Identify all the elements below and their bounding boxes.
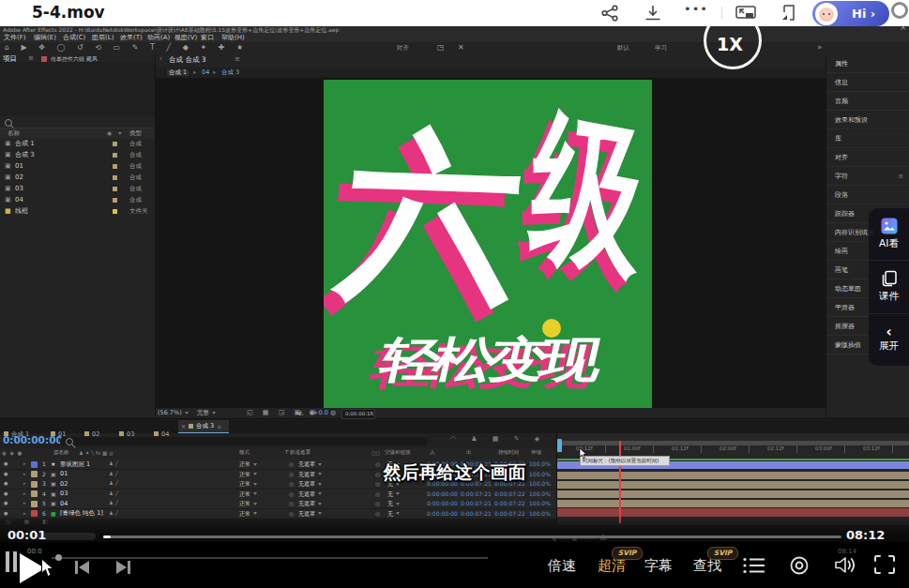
blend-mode-select[interactable]: 正常 — [239, 501, 257, 506]
parent-pickwhip-icon[interactable]: ◎ — [375, 501, 380, 506]
previous-frame-button[interactable] — [75, 561, 78, 574]
menu-comp[interactable]: 合成(C) — [63, 35, 85, 41]
search-icon[interactable] — [5, 119, 12, 127]
snapshot-icon[interactable]: ◍ — [330, 410, 336, 416]
project-item[interactable]: ▣ 合成 1 合成 — [0, 139, 155, 150]
panel-tab-info[interactable]: 信息 — [826, 73, 909, 92]
menu-view[interactable]: 视图(V) — [174, 35, 197, 41]
stretch-value[interactable]: 100.0% — [529, 491, 551, 497]
layer-label-swatch[interactable] — [31, 490, 38, 497]
close-icon[interactable]: ✕ — [181, 423, 186, 430]
playback-speed-button[interactable]: 倍速 — [548, 559, 576, 573]
label-swatch[interactable] — [113, 187, 117, 191]
project-item[interactable]: ▣ 合成 3 合成 — [0, 150, 155, 161]
close-icon[interactable]: × — [900, 23, 907, 32]
label-swatch[interactable] — [113, 198, 117, 203]
pause-icon[interactable] — [13, 551, 17, 572]
playhead-marker[interactable] — [557, 439, 562, 452]
toolbar-extra-icons[interactable]: ◳ ✕ — [437, 44, 470, 52]
record-icon[interactable] — [789, 555, 810, 576]
project-tab[interactable]: 项目 — [3, 55, 17, 63]
seek-bar[interactable] — [103, 535, 841, 538]
layer-row-5[interactable]: ● ▸ 5 ▣ 04 ♟ ╱ 正常 ◎ 无遮罩 ◎ 无 0:00:00:00 0… — [0, 499, 556, 508]
panel-tab-effects-presets[interactable]: 效果和预设 — [826, 111, 909, 129]
breadcrumb-comp1[interactable]: 合成 1 — [167, 69, 189, 76]
timeline-search-field[interactable] — [60, 437, 428, 445]
project-col-type[interactable]: 类型 — [129, 130, 142, 137]
share-icon[interactable] — [600, 5, 619, 22]
col-in[interactable]: 入 — [430, 450, 435, 456]
col-parent-link[interactable]: 父级和链接 — [385, 450, 411, 456]
panel-menu-icon[interactable]: ≡ — [235, 56, 240, 63]
layer-label-swatch[interactable] — [31, 501, 38, 507]
panel-tab-paragraph[interactable]: 段落 — [826, 186, 909, 204]
workspace-learn[interactable]: 学习 — [655, 45, 667, 52]
col-track-matte[interactable]: T 轨道遮罩 — [285, 450, 311, 456]
project-item[interactable]: ▣ 04 合成 — [0, 195, 155, 206]
label-swatch[interactable] — [113, 175, 117, 180]
exposure-value[interactable]: +0.0 — [313, 410, 328, 416]
label-swatch[interactable] — [113, 209, 117, 214]
label-swatch[interactable] — [113, 142, 117, 146]
workspace-default[interactable]: 默认 — [617, 45, 629, 52]
col-stretch[interactable]: 伸缩 — [531, 450, 541, 456]
picture-in-picture-icon[interactable] — [735, 6, 756, 21]
back-icon[interactable]: ‹ — [159, 55, 162, 63]
panel-tab-audio[interactable]: 音频 — [826, 92, 909, 111]
find-button[interactable]: 查找 — [693, 559, 721, 573]
col-mode[interactable]: 模式 — [239, 450, 250, 456]
workspace-overflow[interactable]: » — [817, 43, 823, 52]
quality-button[interactable]: 超清 — [598, 559, 626, 573]
mini-seek-line[interactable] — [52, 557, 488, 559]
track-matte-select[interactable]: 无遮罩 — [298, 491, 322, 497]
account-label[interactable]: Hi › — [852, 8, 875, 20]
col-out[interactable]: 出 — [466, 450, 472, 456]
courseware-button[interactable]: 课件 — [869, 261, 909, 313]
project-item[interactable]: ▣ 03 合成 — [0, 184, 155, 195]
parent-select[interactable]: 无 — [387, 501, 400, 506]
project-item[interactable]: ▣ 01 合成 — [0, 161, 155, 173]
label-swatch[interactable] — [113, 153, 117, 158]
next-frame-icon[interactable] — [116, 561, 127, 574]
layer-switches[interactable]: ♟ ╱ — [109, 501, 118, 506]
panel-menu-icon[interactable]: ≡ — [28, 55, 34, 62]
breadcrumb-04[interactable]: 04 — [202, 69, 209, 76]
cast-to-device-icon[interactable] — [781, 4, 796, 23]
blend-mode-select[interactable]: 正常 — [239, 491, 257, 497]
track-matte-select[interactable]: 无遮罩 — [298, 501, 322, 506]
zoom-select[interactable]: (56.7%) — [158, 410, 189, 416]
stretch-value[interactable]: 100.0% — [529, 501, 551, 506]
layer-switches[interactable]: ♟ ╱ — [109, 491, 118, 497]
avatar[interactable] — [815, 3, 838, 25]
project-item[interactable]: ▣ 02 合成 — [0, 173, 155, 184]
out-value[interactable]: 0:00:07:21 — [461, 491, 492, 497]
menu-anim[interactable]: 动画(A) — [147, 35, 170, 41]
twirl-icon[interactable]: ▸ — [23, 501, 26, 505]
eye-icon[interactable]: ● — [4, 491, 8, 496]
parent-select[interactable]: 无 — [387, 491, 400, 497]
layer-bar-03[interactable] — [557, 490, 909, 498]
timeline-toolbar-icons[interactable]: ◠ ♟ ▦ ✎ ◈ — [450, 436, 546, 443]
more-options-icon[interactable]: ••• — [684, 3, 708, 15]
layer-bar-04[interactable] — [557, 500, 909, 507]
viewer-tab[interactable]: 合成 合成 3 — [169, 56, 206, 64]
record-corner-icon[interactable] — [891, 2, 908, 19]
ai-view-button[interactable]: AI看 — [869, 208, 909, 261]
panel-tab-character[interactable]: 字符≡ — [826, 167, 909, 186]
project-item-folder[interactable]: ■ 线框 文件夹 — [0, 206, 155, 218]
out-value[interactable]: 0:00:07:21 — [461, 501, 492, 506]
timeline-timecode[interactable]: 0:00:00:00 — [3, 435, 63, 445]
next-frame-button[interactable] — [128, 561, 130, 574]
duration-value[interactable]: 0:00:07:22 — [494, 501, 525, 506]
breadcrumb-comp3[interactable]: 合成 3 — [221, 69, 239, 76]
layer-row-4[interactable]: ● ▸ 4 ▣ 03 ♟ ╱ 正常 ◎ 无遮罩 ◎ 无 0:00:00:00 0… — [0, 490, 556, 499]
project-col-name[interactable]: 名称 — [8, 130, 20, 137]
col-duration[interactable]: 持续时间 — [498, 450, 519, 456]
panel-tab-properties[interactable]: 属性 — [826, 54, 909, 73]
subtitle-button[interactable]: 字幕 — [644, 559, 673, 573]
resolution-select[interactable]: 完整 — [197, 410, 216, 416]
menu-help[interactable]: 帮助(H) — [221, 35, 245, 41]
twirl-icon[interactable]: ▸ — [23, 491, 26, 496]
expand-button[interactable]: ‹ 展开 — [869, 314, 909, 366]
panel-tab-libraries[interactable]: 库 — [826, 129, 909, 148]
